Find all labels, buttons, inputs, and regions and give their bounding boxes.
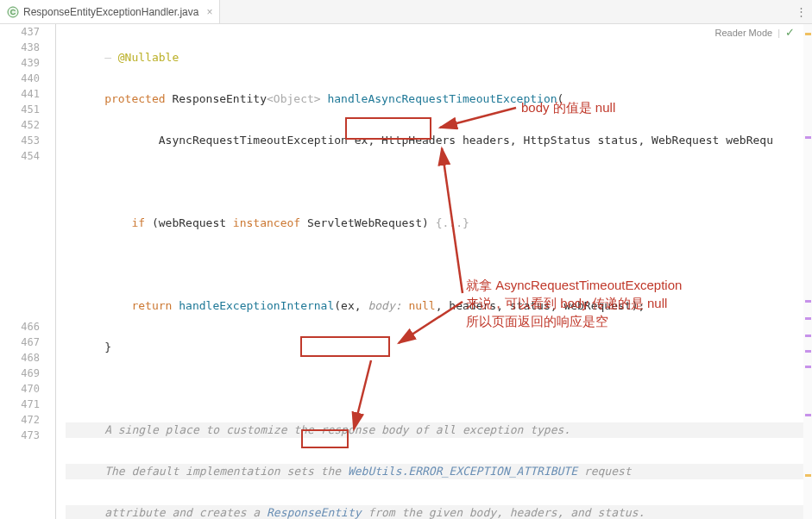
divider: | xyxy=(777,28,780,38)
tab-more-icon[interactable]: ⋮ xyxy=(796,0,807,23)
error-stripe[interactable] xyxy=(803,24,812,519)
svg-text:C: C xyxy=(10,8,16,16)
tab-filename: ResponseEntityExceptionHandler.java xyxy=(23,6,198,18)
check-icon: ✓ xyxy=(785,26,795,39)
line-number-gutter: 4374384394404414514524534544664674684694… xyxy=(0,24,47,519)
editor-area: Reader Mode | ✓ 437438439440441451452453… xyxy=(0,24,812,519)
tab-bar: C ResponseEntityExceptionHandler.java × … xyxy=(0,0,812,24)
editor-tab[interactable]: C ResponseEntityExceptionHandler.java × xyxy=(0,0,220,23)
code-content[interactable]: — @Nullable protected ResponseEntity<Obj… xyxy=(66,24,812,519)
reader-mode-indicator[interactable]: Reader Mode | ✓ xyxy=(714,26,795,39)
close-tab-icon[interactable]: × xyxy=(206,6,212,18)
java-class-icon: C xyxy=(7,6,19,18)
fold-column xyxy=(47,24,66,519)
